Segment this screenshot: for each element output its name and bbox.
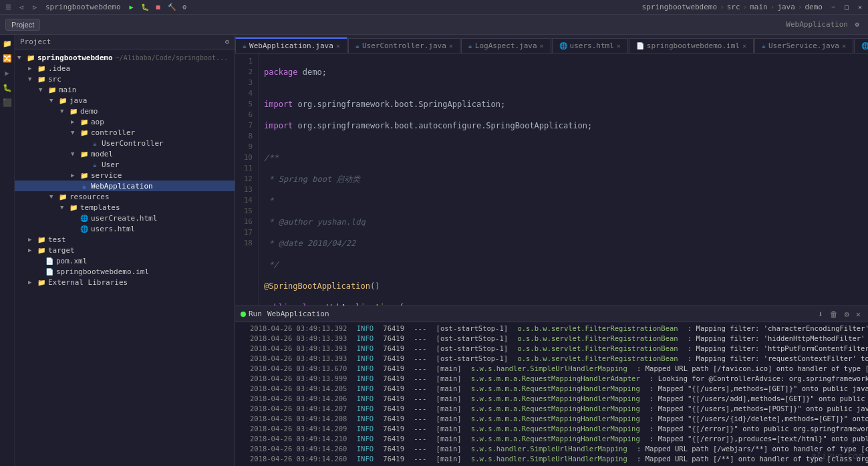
log-content[interactable]: 2018-04-26 03:49:13.392 INFO 76419 --- [… [235,322,868,466]
toolbar-icons: ☰ ◁ ▷ springbootwebdemo ▶ 🐛 ■ 🔨 ⚙ [3,2,642,13]
sidebar-item-webapplication[interactable]: ☕ WebApplication [15,181,235,191]
log-logger: s.w.s.handler.SimpleUrlHandlerMapping [471,454,627,464]
scroll-to-end-icon[interactable]: ⬇ [816,310,825,319]
log-level: INFO [357,364,374,374]
console-settings-icon[interactable]: ⚙ [843,310,851,319]
log-gutter [238,384,247,394]
sidebar-item-src[interactable]: ▼ 📁 src [15,74,235,84]
clear-console-icon[interactable]: 🗑 [828,310,840,319]
service-label: service [91,171,122,180]
sidebar-item-service[interactable]: ▶ 📁 service [15,170,235,181]
sidebar-item-pom[interactable]: 📄 pom.xml [15,255,235,266]
tab-users-close[interactable]: ✕ [617,42,621,49]
sidebar-item-aop[interactable]: ▶ 📁 aop [15,116,235,127]
sidebar-item-idea[interactable]: ▶ 📁 .idea [15,63,235,74]
log-pid: 76419 [383,344,404,354]
log-time: 2018-04-26 03:49:13.393 [250,354,347,364]
tab-webapplication[interactable]: ☕ WebApplication.java ✕ [235,37,347,53]
build-icon[interactable]: 🔨 [166,2,177,13]
tab-uc-close[interactable]: ✕ [449,42,453,49]
project-icon[interactable]: 📁 [1,37,13,49]
sidebar-item-main[interactable]: ▼ 📁 main [15,84,235,95]
tab-uc-html-icon: 🌐 [861,42,868,49]
sidebar-settings-icon[interactable]: ⚙ [225,37,229,46]
tab-webapplication-close[interactable]: ✕ [336,42,340,49]
log-logger: s.w.s.m.m.a.RequestMappingHandlerMapping [471,394,640,404]
templates-arrow: ▼ [60,204,68,211]
log-gutter [238,394,247,404]
sidebar-item-ext-libs[interactable]: ▶ 📁 External Libraries [15,277,235,287]
tab-userservice[interactable]: ☕ UserService.java ✕ [754,38,853,53]
log-time: 2018-04-26 03:49:14.260 [250,454,347,464]
log-level: INFO [357,414,374,424]
sidebar-item-sbdemo-iml[interactable]: 📄 springbootwebdemo.iml [15,266,235,277]
tab-usercontroller[interactable]: ☕ UserController.java ✕ [348,38,460,53]
run-label: Run [249,310,262,318]
terminal-icon[interactable]: ⬛ [1,96,13,108]
sidebar-item-java[interactable]: ▼ 📁 java [15,95,235,106]
log-line: 2018-04-26 03:49:14.205 INFO 76419 --- [… [238,384,865,394]
debug-icon[interactable]: 🐛 [140,2,150,13]
user-java-icon: ☕ [90,160,100,169]
run-tab[interactable]: Run WebApplication [241,310,329,318]
sidebar-item-controller[interactable]: ▼ 📁 controller [15,127,235,138]
tab-iml-close[interactable]: ✕ [742,42,746,49]
templates-label: templates [80,203,120,212]
menu-icon[interactable]: ☰ [3,2,13,13]
templates-folder-icon: 📁 [68,203,79,212]
editor-tabs: ☕ WebApplication.java ✕ ☕ UserController… [235,35,868,53]
code-editor: 12345 678910 1112131415 161718 package d… [235,53,868,306]
sidebar: Project ⚙ ▼ 📁 springbootwebdemo ~/Alibab… [15,35,235,466]
tab-la-close[interactable]: ✕ [540,42,544,49]
code-line-11: */ [264,259,863,270]
sidebar-item-usercreate[interactable]: 🌐 userCreate.html [15,213,235,223]
nav-settings-icon[interactable]: ⚙ [852,19,863,30]
sidebar-item-usercontroller[interactable]: ☕ UserController [15,138,235,148]
log-level: INFO [357,334,374,344]
tab-usercreate[interactable]: 🌐 userCreate.html ✕ [854,38,868,53]
settings-icon[interactable]: ⚙ [180,2,190,13]
debug-gutter-icon[interactable]: 🐛 [1,82,13,94]
aop-arrow: ▶ [71,118,79,125]
back-icon[interactable]: ◁ [16,2,27,13]
run-icon[interactable]: ▶ [126,2,137,13]
code-line-3: import org.springframework.boot.SpringAp… [264,99,863,110]
log-logger: s.w.s.m.m.a.RequestMappingHandlerMapping [471,404,640,414]
maximize-icon[interactable]: □ [841,2,852,13]
sidebar-item-user[interactable]: ☕ User [15,159,235,170]
vcs-icon[interactable]: 🔀 [1,52,13,64]
log-thread: [main] [436,454,462,464]
log-dashes: --- [414,414,426,424]
tab-la-java-icon: ☕ [468,42,472,49]
sidebar-item-model[interactable]: ▼ 📁 model [15,148,235,159]
tab-users-html[interactable]: 🌐 users.html ✕ [552,38,628,53]
log-message: : Mapped "{[/users],methods=[GET]}" onto… [649,384,868,394]
log-time: 2018-04-26 03:49:14.206 [250,394,347,404]
log-pid: 76419 [383,454,404,464]
tree-root[interactable]: ▼ 📁 springbootwebdemo ~/Alibaba/Code/spr… [15,52,235,63]
sidebar-item-demo[interactable]: ▼ 📁 demo [15,106,235,116]
project-dropdown[interactable]: Project [5,19,40,31]
sidebar-item-resources[interactable]: ▼ 📁 resources [15,191,235,202]
sidebar-item-users-html[interactable]: 🌐 users.html [15,223,235,234]
main-arrow: ▼ [39,86,47,93]
sidebar-header: Project ⚙ [15,35,235,49]
log-message: : Mapped "{[/error]}" onto public org.sp… [649,424,868,434]
tab-sbdemo-iml[interactable]: 📄 springbootwebdemo.iml ✕ [629,38,754,53]
sidebar-item-test[interactable]: ▶ 📁 test [15,234,235,245]
log-message: : Mapped "{[/error]},produces=[text/html… [649,434,868,444]
log-line: 2018-04-26 03:49:13.392 INFO 76419 --- [… [238,324,865,334]
tab-logaspect[interactable]: ☕ LogAspect.java ✕ [461,38,551,53]
run-app-name: WebApplication [267,310,329,318]
run-gutter-icon[interactable]: ▶ [1,67,13,79]
minimize-icon[interactable]: − [828,2,839,13]
close-icon[interactable]: ✕ [855,2,865,13]
log-dashes: --- [414,354,426,364]
sidebar-item-templates[interactable]: ▼ 📁 templates [15,202,235,213]
close-panel-icon[interactable]: ✕ [854,310,863,319]
stop-icon[interactable]: ■ [153,2,164,13]
forward-icon[interactable]: ▷ [29,2,40,13]
code-content[interactable]: package demo; import org.springframework… [259,53,868,306]
sidebar-item-target[interactable]: ▶ 📁 target [15,245,235,255]
tab-us-close[interactable]: ✕ [842,42,846,49]
